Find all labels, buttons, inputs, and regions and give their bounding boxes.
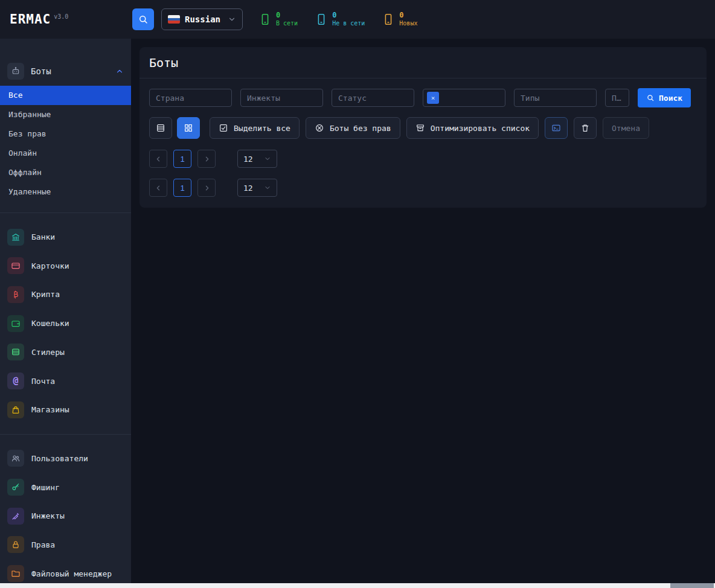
injects-filter-input[interactable] [240,89,323,107]
ermac-admin-panel: ERMAC v3.0 Russian [0,0,715,588]
bitcoin-icon [7,286,24,303]
online-count: 0 [276,11,298,20]
list-view-button[interactable] [149,117,172,139]
next-page-button[interactable] [197,150,216,168]
select-all-button[interactable]: Выделить все [210,117,300,139]
sidebar-item-injects-label: Инжекты [31,511,65,520]
online-label: В сети [276,20,298,28]
terminal-button[interactable] [545,117,568,139]
horizontal-scrollbar-thumb[interactable] [670,583,714,588]
sidebar-item-cards[interactable]: Карточки [0,251,131,280]
per-page-select[interactable]: 12 [237,150,277,168]
chevron-left-icon [155,155,162,163]
sidebar-item-offline[interactable]: Оффлайн [0,163,131,182]
sidebar-item-deleted[interactable]: Удаленные [0,182,131,202]
sidebar-group-bots[interactable]: Боты [0,59,131,83]
country-filter-input[interactable] [149,89,232,107]
chevron-down-icon [264,184,271,191]
list-view-icon [156,123,165,133]
grid-view-icon [184,123,193,133]
optimize-list-button[interactable]: Оптимизировать список [406,117,539,139]
page-number-button[interactable]: 1 [173,150,191,168]
chevron-left-icon [155,184,162,192]
search-button-label: Поиск [659,94,682,103]
search-button[interactable]: Поиск [638,88,691,107]
users-icon [7,450,24,467]
prev-page-button[interactable] [149,150,167,168]
at-icon: @ [7,372,24,389]
cancel-label: Отмена [612,124,640,133]
status-filter-input[interactable] [332,89,414,107]
prev-page-button[interactable] [149,179,167,197]
sidebar-item-mail[interactable]: @ Почта [0,366,131,395]
cancel-button[interactable]: Отмена [603,117,649,139]
sidebar-item-users[interactable]: Пользователи [0,444,131,473]
global-search-button[interactable] [132,8,154,30]
top-header: ERMAC v3.0 Russian [0,0,715,39]
sidebar-item-phishing[interactable]: Фишинг [0,473,131,502]
grid-view-button[interactable] [177,117,200,139]
sidebar-item-wallets[interactable]: Кошельки [0,309,131,338]
per-page-select[interactable]: 12 [237,179,277,197]
sidebar-item-favorites-label: Избранные [8,110,51,119]
wallet-icon [7,315,24,332]
search-icon [138,14,149,25]
sidebar-item-no-permissions-label: Без прав [8,129,46,138]
bot-icon [7,63,24,80]
stat-new: 0 Новых [382,11,417,28]
language-select[interactable]: Russian [161,8,243,30]
sidebar-item-all-label: Все [8,91,22,100]
sidebar-item-users-label: Пользователи [31,454,88,463]
phone-online-icon [258,13,272,26]
sidebar-item-crypto-label: Крипта [31,290,60,299]
language-label: Russian [185,14,220,24]
bots-without-permissions-button[interactable]: Боты без прав [306,117,400,139]
folder-icon [7,565,24,582]
sidebar-item-permissions[interactable]: Права [0,531,131,560]
archive-icon [415,123,425,133]
bot-status-counters: 0 В сети 0 Не в сети [258,11,417,28]
sidebar-item-crypto[interactable]: Крипта [0,280,131,309]
main-content: Боты × [131,39,715,588]
types-filter-input[interactable] [514,89,597,107]
russian-flag-icon [168,15,180,24]
select-all-label: Выделить все [234,124,290,133]
new-label: Новых [399,20,417,28]
chevron-down-icon [228,15,236,24]
sidebar-item-mail-label: Почта [31,377,55,386]
syringe-icon [7,508,24,525]
page-number-button[interactable]: 1 [173,179,191,197]
sidebar-item-all[interactable]: Все [0,86,131,105]
version-label: v3.0 [54,13,68,20]
filter-tag-close-icon[interactable]: × [427,92,439,104]
pagination-bottom: 1 12 [139,168,707,197]
tags-filter-input[interactable]: × [423,89,505,107]
sidebar-item-wallets-label: Кошельки [31,319,69,328]
offline-label: Не в сети [332,20,365,28]
sidebar-item-favorites[interactable]: Избранные [0,105,131,124]
page-title: Боты [139,47,707,78]
trash-icon [580,123,590,133]
sidebar-item-shops-label: Магазины [31,405,69,414]
sidebar-group-bots-label: Боты [31,66,51,76]
sidebar-item-offline-label: Оффлайн [8,168,42,177]
sidebar-item-no-permissions[interactable]: Без прав [0,124,131,144]
bots-submenu: Все Избранные Без прав Онлайн Оффлайн Уд… [0,86,131,202]
horizontal-scrollbar[interactable] [0,583,715,588]
delete-button[interactable] [574,117,597,139]
optimize-list-label: Оптимизировать список [431,124,530,133]
toolbar: Выделить все Боты без прав [139,107,707,139]
stat-offline: 0 Не в сети [315,11,365,28]
sidebar-item-stealers[interactable]: Стилеры [0,337,131,366]
view-toggle-group [149,117,200,139]
sidebar-item-phishing-label: Фишинг [31,483,60,492]
sidebar-item-shops[interactable]: Магазины [0,395,131,424]
search-filter-input[interactable] [605,89,629,107]
phone-offline-icon [315,13,328,26]
next-page-button[interactable] [197,179,216,197]
pagination-top: 1 12 [139,139,707,168]
sidebar-item-online[interactable]: Онлайн [0,144,131,163]
sidebar-item-permissions-label: Права [31,540,55,549]
sidebar-item-injects[interactable]: Инжекты [0,502,131,531]
sidebar-item-banks[interactable]: Банки [0,223,131,252]
